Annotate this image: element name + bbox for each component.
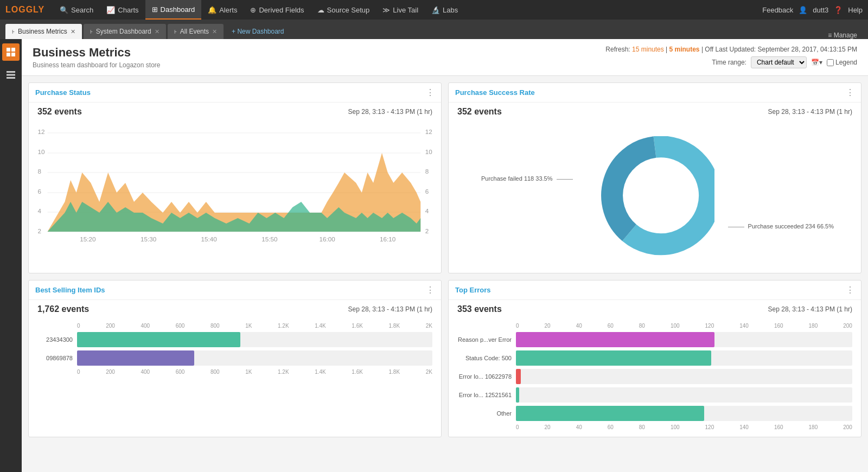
top-errors-header: Top Errors ⋮ (449, 280, 861, 300)
svg-rect-5 (7, 74, 15, 76)
tab-icon-3: ⊦ (174, 29, 177, 35)
legend-checkbox-label[interactable]: Legend (827, 59, 857, 66)
tab-business-metrics[interactable]: ⊦ Business Metrics ✕ (5, 24, 82, 39)
svg-rect-3 (11, 53, 15, 56)
nav-charts[interactable]: 📈 Charts (100, 0, 145, 20)
top-errors-meta: 353 events Sep 28, 3:13 - 4:13 PM (1 hr) (449, 300, 861, 318)
purchase-success-header: Purchase Success Rate ⋮ (449, 83, 861, 103)
dashboard-controls: Refresh: 15 minutes | 5 minutes | Off La… (605, 46, 857, 68)
feedback-link[interactable]: Feedback (762, 6, 793, 14)
dashboard-title-section: Business Metrics Business team dashboard… (33, 46, 160, 69)
purchase-success-menu[interactable]: ⋮ (846, 87, 854, 98)
nav-derived-fields[interactable]: ⊕ Derived Fields (244, 0, 310, 20)
purchase-success-title: Purchase Success Rate (455, 88, 535, 97)
donut-chart (595, 136, 714, 256)
nav-source-setup[interactable]: ☁ Source Setup (311, 0, 376, 20)
tab-system-dashboard[interactable]: ⊦ System Dashboard ✕ (84, 24, 166, 39)
purchase-status-meta: 352 events Sep 28, 3:13 - 4:13 PM (1 hr) (29, 103, 441, 121)
bar-1-track (77, 332, 432, 347)
derived-fields-icon: ⊕ (250, 6, 256, 14)
svg-rect-1 (11, 48, 15, 52)
close-tab-business-metrics[interactable]: ✕ (71, 28, 75, 35)
best-selling-events: 1,762 events (37, 304, 89, 314)
bar-2-label: 09869878 (37, 355, 73, 361)
svg-text:12: 12 (38, 129, 45, 135)
user-name[interactable]: dutt3 (813, 6, 828, 14)
tab-all-events[interactable]: ⊦ All Events ✕ (168, 24, 224, 39)
refresh-5-link[interactable]: 5 minutes (669, 46, 700, 53)
main-layout: Business Metrics Business team dashboard… (0, 39, 868, 472)
nav-live-tail[interactable]: ≫ Live Tail (376, 0, 425, 20)
purchase-status-menu[interactable]: ⋮ (426, 87, 435, 98)
time-range-select[interactable]: Chart default (751, 56, 807, 68)
help-link[interactable]: Help (848, 6, 863, 14)
dashboard-subtitle: Business team dashboard for Logazon stor… (33, 61, 160, 69)
error-bar-5-track (516, 406, 852, 421)
refresh-off[interactable]: Off (705, 46, 713, 53)
close-tab-system-dashboard[interactable]: ✕ (155, 28, 159, 35)
best-selling-menu[interactable]: ⋮ (426, 285, 435, 295)
svg-text:8: 8 (425, 168, 429, 175)
purchase-status-chart: 12 10 8 6 4 2 12 10 8 6 4 2 (29, 123, 441, 243)
top-errors-timerange: Sep 28, 3:13 - 4:13 PM (1 hr) (768, 305, 852, 313)
tab-bar: ⊦ Business Metrics ✕ ⊦ System Dashboard … (0, 20, 868, 39)
svg-text:10: 10 (38, 149, 45, 155)
svg-rect-0 (7, 48, 10, 52)
best-selling-x-top: 02004006008001K1.2K1.4K1.6K1.8K2K (77, 323, 432, 329)
bar-1-fill (77, 332, 240, 347)
nav-search[interactable]: 🔍 Search (53, 0, 100, 20)
purchase-success-body: Purchase failed 118 33.5% Purchase succe… (449, 121, 861, 273)
purchase-status-panel: Purchase Status ⋮ 352 events Sep 28, 3:1… (28, 82, 442, 273)
best-selling-panel: Best Selling Item IDs ⋮ 1,762 events Sep… (28, 280, 442, 437)
nav-dashboard[interactable]: ⊞ Dashboard (145, 0, 202, 20)
purchase-success-meta: 352 events Sep 28, 3:13 - 4:13 PM (1 hr) (449, 103, 861, 121)
best-selling-meta: 1,762 events Sep 28, 3:13 - 4:13 PM (1 h… (29, 300, 441, 318)
calendar-icon[interactable]: 📅▾ (811, 59, 822, 66)
nav-alerts[interactable]: 🔔 Alerts (201, 0, 244, 20)
error-bar-1-track (516, 332, 852, 347)
best-selling-bar-1: 23434300 (37, 332, 432, 347)
charts-grid: Purchase Status ⋮ 352 events Sep 28, 3:1… (22, 76, 868, 444)
sidebar-list-icon[interactable] (2, 66, 20, 84)
close-tab-all-events[interactable]: ✕ (212, 28, 217, 35)
svg-text:6: 6 (38, 188, 42, 195)
error-bar-4-track (516, 387, 852, 403)
manage-button[interactable]: ≡ Manage (822, 31, 863, 39)
refresh-15-link[interactable]: 15 minutes (632, 46, 664, 53)
svg-text:12: 12 (425, 129, 432, 135)
legend-checkbox[interactable] (827, 59, 834, 66)
error-bar-3-label: Error lo... 10622978 (457, 373, 512, 380)
best-selling-body: 02004006008001K1.2K1.4K1.6K1.8K2K 234343… (29, 318, 441, 381)
new-dashboard-button[interactable]: + New Dashboard (225, 24, 290, 39)
svg-text:15:50: 15:50 (261, 236, 277, 243)
error-bar-4: Error lo... 12521561 (457, 387, 852, 403)
time-range-line: Time range: Chart default 📅▾ Legend (605, 56, 857, 68)
best-selling-bar-2: 09869878 (37, 350, 432, 366)
nav-labs[interactable]: 🔬 Labs (425, 0, 464, 20)
logo: LLOGGLYOGGLY (5, 5, 44, 15)
svg-text:2: 2 (38, 228, 42, 234)
top-errors-body: 020406080100120140160180200 Reason p...v… (449, 318, 861, 437)
svg-text:4: 4 (425, 208, 429, 214)
failed-label: Purchase failed 118 33.5% (481, 175, 573, 182)
purchase-status-title: Purchase Status (35, 88, 91, 97)
search-icon: 🔍 (60, 6, 68, 14)
error-bar-2-label: Status Code: 500 (457, 355, 512, 361)
svg-text:10: 10 (425, 149, 432, 155)
content-area: Business Metrics Business team dashboard… (22, 39, 868, 472)
best-selling-x-bottom: 02004006008001K1.2K1.4K1.6K1.8K2K (77, 369, 432, 375)
alerts-icon: 🔔 (208, 6, 216, 14)
error-bar-2: Status Code: 500 (457, 350, 852, 366)
top-errors-menu[interactable]: ⋮ (846, 285, 854, 295)
live-tail-icon: ≫ (382, 6, 390, 14)
error-bar-4-fill (516, 387, 519, 403)
bar-2-fill (77, 350, 194, 366)
labs-icon: 🔬 (431, 6, 440, 14)
svg-text:15:40: 15:40 (201, 236, 217, 243)
svg-point-33 (625, 166, 685, 226)
error-bar-2-track (516, 350, 852, 366)
tab-icon: ⊦ (12, 29, 15, 35)
svg-rect-2 (7, 53, 10, 56)
sidebar-grid-icon[interactable] (2, 43, 20, 61)
top-errors-x-top: 020406080100120140160180200 (516, 323, 852, 329)
